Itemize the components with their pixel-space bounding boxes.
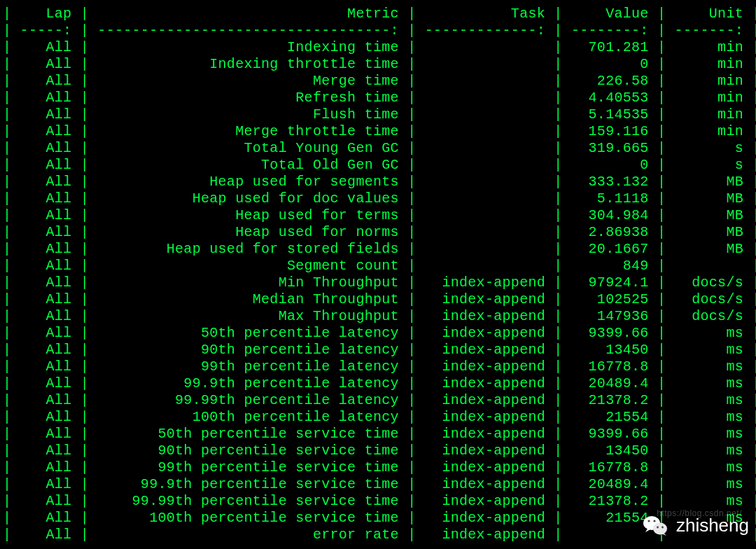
cell-task [425, 157, 545, 173]
column-separator: | [743, 73, 756, 89]
column-separator: | [649, 6, 675, 22]
cell-task [425, 224, 545, 240]
table-row: | All | Flush time | | 5.14535 | min | [3, 106, 753, 123]
column-separator: | [743, 359, 756, 375]
cell-metric: Segment count [97, 258, 399, 274]
cell-lap: All [20, 90, 72, 106]
column-separator: | [743, 56, 756, 72]
column-separator: | [649, 39, 675, 55]
column-separator: | [3, 207, 20, 223]
cell-metric: Min Throughput [97, 274, 399, 291]
column-separator: | [71, 106, 97, 123]
cell-value: 319.665 [571, 140, 649, 156]
column-separator: | [3, 392, 20, 408]
table-row: | All | Total Old Gen GC | | 0 | s | [3, 157, 753, 174]
table-row: | All | Segment count | | 849 | | [3, 258, 753, 274]
column-separator: | [71, 6, 97, 22]
column-separator: | [71, 241, 97, 257]
cell-unit: MB [675, 207, 743, 223]
cell-metric: Heap used for stored fields [97, 241, 399, 257]
column-separator: | [3, 157, 20, 173]
cell-task: index-append [425, 325, 545, 341]
column-separator: | [71, 459, 97, 475]
column-separator: | [71, 308, 97, 324]
column-separator: | [743, 476, 756, 492]
column-separator: | [545, 190, 571, 207]
column-separator: | [399, 22, 425, 39]
table-rule-row: | -----: | -----------------------------… [3, 22, 753, 39]
cell-task: index-append [425, 443, 545, 459]
column-separator: | [545, 157, 571, 173]
rule-cell: -----: [20, 22, 72, 39]
column-separator: | [3, 527, 20, 543]
column-separator: | [545, 476, 571, 492]
table-row: | All | Heap used for terms | | 304.984 … [3, 207, 753, 224]
column-separator: | [3, 73, 20, 89]
column-separator: | [71, 426, 97, 442]
column-separator: | [545, 39, 571, 55]
cell-value: 147936 [571, 308, 649, 324]
column-separator: | [649, 22, 675, 39]
column-separator: | [399, 325, 425, 341]
cell-unit: min [675, 90, 743, 106]
table-row: | All | Heap used for norms | | 2.86938 … [3, 224, 753, 241]
column-separator: | [3, 443, 20, 459]
column-separator: | [649, 106, 675, 123]
column-separator: | [3, 22, 20, 39]
column-separator: | [71, 39, 97, 55]
column-separator: | [545, 174, 571, 190]
column-separator: | [649, 443, 675, 459]
column-separator: | [743, 174, 756, 190]
column-separator: | [743, 274, 756, 291]
column-separator: | [71, 123, 97, 139]
cell-value: 13450 [571, 443, 649, 459]
cell-value: 13450 [571, 342, 649, 358]
column-separator: | [399, 291, 425, 307]
column-separator: | [545, 493, 571, 509]
cell-value: 16778.8 [571, 459, 649, 475]
cell-task [425, 90, 545, 106]
cell-unit: s [675, 140, 743, 156]
column-separator: | [649, 325, 675, 341]
column-separator: | [399, 510, 425, 526]
cell-lap: All [20, 375, 72, 391]
column-separator: | [399, 39, 425, 55]
cell-task: index-append [425, 274, 545, 291]
table-row: | All | 99.9th percentile service time |… [3, 476, 753, 493]
cell-metric: 99.99th percentile service time [97, 493, 399, 509]
column-separator: | [3, 258, 20, 274]
cell-unit: docs/s [675, 308, 743, 324]
column-separator: | [649, 308, 675, 324]
cell-task: index-append [425, 510, 545, 526]
column-separator: | [545, 392, 571, 408]
column-separator: | [3, 409, 20, 425]
cell-lap: All [20, 190, 72, 207]
column-separator: | [71, 527, 97, 543]
cell-unit: ms [675, 459, 743, 475]
column-separator: | [71, 22, 97, 39]
cell-task [425, 140, 545, 156]
header-cell-value: Value [571, 6, 649, 22]
cell-task [425, 258, 545, 274]
column-separator: | [743, 106, 756, 123]
cell-unit: min [675, 73, 743, 89]
cell-value: 21554 [571, 510, 649, 526]
cell-metric: 90th percentile service time [97, 443, 399, 459]
column-separator: | [71, 56, 97, 72]
cell-lap: All [20, 73, 72, 89]
column-separator: | [3, 325, 20, 341]
cell-lap: All [20, 157, 72, 173]
column-separator: | [399, 342, 425, 358]
column-separator: | [545, 140, 571, 156]
cell-unit: min [675, 106, 743, 123]
column-separator: | [545, 359, 571, 375]
cell-metric: Merge time [97, 73, 399, 89]
cell-metric: Flush time [97, 106, 399, 123]
column-separator: | [743, 291, 756, 307]
cell-task [425, 123, 545, 139]
column-separator: | [743, 140, 756, 156]
cell-metric: Median Throughput [97, 291, 399, 307]
cell-value: 0 [571, 56, 649, 72]
cell-unit: ms [675, 426, 743, 442]
cell-lap: All [20, 258, 72, 274]
